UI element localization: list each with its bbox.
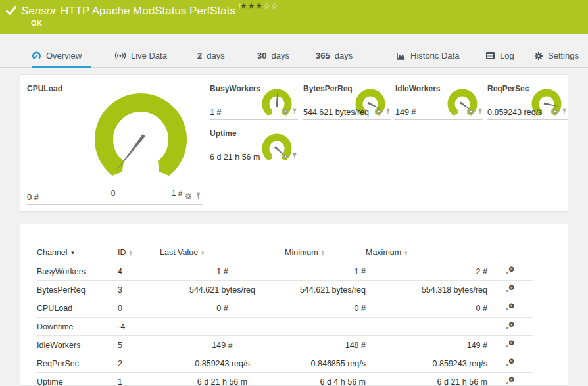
channel-settings-button[interactable] [504,376,516,385]
channel-name-cell[interactable]: BusyWorkers [37,262,118,281]
channel-table-panel: Channel▼ ID▲▼ Last Value▲▼ Minimum▲▼ Max… [20,224,568,386]
channel-name-cell[interactable]: ReqPerSec [37,354,118,373]
channel-id-cell: 5 [118,336,160,354]
gauge-settings-gear-icon[interactable] [552,106,558,118]
channel-settings-button[interactable] [504,339,516,349]
gauge-title: Uptime [210,129,237,138]
status-badge: OK [31,19,43,27]
wrench-icon [504,339,516,349]
object-kind-label: Sensor [21,5,57,17]
gauge-pin-icon[interactable] [562,106,567,118]
channel-settings-button[interactable] [504,284,516,293]
gauge-tile-reqpersec[interactable]: ReqPerSec 0.859243 req/s [487,84,568,120]
column-header-minimum[interactable]: Minimum▲▼ [285,248,366,262]
star-filled-icon[interactable]: ★ [256,1,264,11]
gauge-title: IdleWorkers [395,84,440,93]
last-value-cell: 0 # [160,299,285,318]
priority-stars[interactable]: ★★★☆☆ [240,1,279,11]
gauge-value: 0 # [27,192,39,202]
gauge-value: 544.621 bytes/req [303,108,369,117]
gauge-settings-gear-icon[interactable] [376,106,382,118]
minimum-cell: 0.846855 req/s [285,354,366,373]
maximum-cell: 2 # [366,262,487,281]
column-header-channel[interactable]: Channel▼ [37,248,118,262]
star-filled-icon[interactable]: ★ [248,1,256,11]
channel-name-cell[interactable]: Downtime [37,318,118,336]
tab-bar: Overview Live Data 2 days 30 days 365 da… [0,45,588,68]
minimum-cell: 6 d 4 h 56 m [285,373,366,386]
column-header-id[interactable]: ID▲▼ [118,248,160,262]
column-header-tools [487,248,533,262]
table-row: BusyWorkers 4 1 # 1 # 2 # [37,262,533,281]
gauge-settings-gear-icon[interactable] [185,191,192,203]
channel-name-cell[interactable]: IdleWorkers [37,336,118,354]
gauges-panel: CPULoad 0 1 # 0 # BusyWorkers 1 # [20,74,568,212]
sort-desc-icon: ▼ [70,250,76,256]
channel-name-cell[interactable]: BytesPerReq [37,281,118,299]
tab-365-days[interactable]: 365 days [316,45,353,66]
gauge-pin-icon[interactable] [195,191,201,203]
channel-settings-button[interactable] [504,302,516,312]
column-header-last-value[interactable]: Last Value▲▼ [160,248,285,262]
last-value-cell: 6 d 21 h 56 m [160,373,285,386]
wrench-icon [504,302,516,312]
table-row: ReqPerSec 2 0.859243 req/s 0.846855 req/… [37,354,533,373]
status-ok-check-icon [6,6,16,18]
sort-icon: ▲▼ [201,250,205,256]
tab-log[interactable]: Log [485,45,514,66]
channel-id-cell: 0 [118,299,160,318]
tab-label: Settings [548,51,579,60]
gauge-pin-icon[interactable] [385,106,391,118]
gauge-tile-bytesperreq[interactable]: BytesPerReq 544.621 bytes/req [303,84,391,120]
gauge-settings-gear-icon[interactable] [282,151,289,162]
tab-settings[interactable]: Settings [534,45,579,66]
table-row: Uptime 1 6 d 21 h 56 m 6 d 4 h 56 m 6 d … [37,373,533,386]
tab-historic-data[interactable]: Historic Data [396,45,459,66]
gauge-tile-cpuload[interactable]: CPULoad 0 1 # 0 # [27,84,202,205]
table-header-row: Channel▼ ID▲▼ Last Value▲▼ Minimum▲▼ Max… [37,248,533,262]
star-empty-icon[interactable]: ☆ [271,1,279,11]
chart-icon [396,51,406,60]
star-filled-icon[interactable]: ★ [240,1,248,11]
tab-30-days[interactable]: 30 days [257,45,289,66]
table-row: CPULoad 0 0 # 0 # 0 # [37,299,533,318]
sort-icon: ▲▼ [129,250,133,256]
channel-settings-button[interactable] [504,321,516,330]
gauge-icon [32,51,41,60]
column-header-maximum[interactable]: Maximum▲▼ [366,248,487,262]
wrench-icon [504,321,516,330]
wrench-icon [504,376,516,385]
gauge-title: BusyWorkers [210,84,260,93]
channel-name-cell[interactable]: CPULoad [37,299,118,318]
tab-overview[interactable]: Overview [32,45,91,68]
gauge-tile-uptime[interactable]: Uptime 6 d 21 h 56 m [210,129,298,164]
minimum-cell: 544.621 bytes/req [285,281,366,299]
log-icon [485,51,495,60]
channel-name-cell[interactable]: Uptime [37,373,118,386]
minimum-cell: 0 # [285,299,366,318]
gauge-pin-icon[interactable] [478,106,483,118]
gauge-title: BytesPerReq [303,84,353,93]
tab-label: days [335,51,353,60]
table-row: IdleWorkers 5 149 # 148 # 149 # [37,336,533,354]
gauge-settings-gear-icon[interactable] [282,106,289,118]
channel-settings-button[interactable] [504,358,516,367]
tab-live-data[interactable]: Live Data [114,45,167,66]
tab-2-days[interactable]: 2 days [197,45,225,66]
last-value-cell: 1 # [160,262,285,281]
gauge-pin-icon[interactable] [292,106,297,118]
gauge-value: 1 # [210,108,221,117]
gauge-title: ReqPerSec [487,84,529,93]
last-value-cell: 0.859243 req/s [160,354,285,373]
gauge-tile-busyworkers[interactable]: BusyWorkers 1 # [210,84,298,120]
gauge-settings-gear-icon[interactable] [468,106,474,118]
maximum-cell: 0.859243 req/s [366,354,487,373]
star-empty-icon[interactable]: ☆ [263,1,271,11]
last-value-cell [160,318,285,336]
gauge-pin-icon[interactable] [292,151,297,162]
table-row: Downtime -4 [37,318,533,336]
tab-number: 2 [197,51,202,60]
channel-settings-button[interactable] [504,266,516,275]
live-icon [114,51,126,60]
gauge-tile-idleworkers[interactable]: IdleWorkers 149 # [395,84,483,120]
